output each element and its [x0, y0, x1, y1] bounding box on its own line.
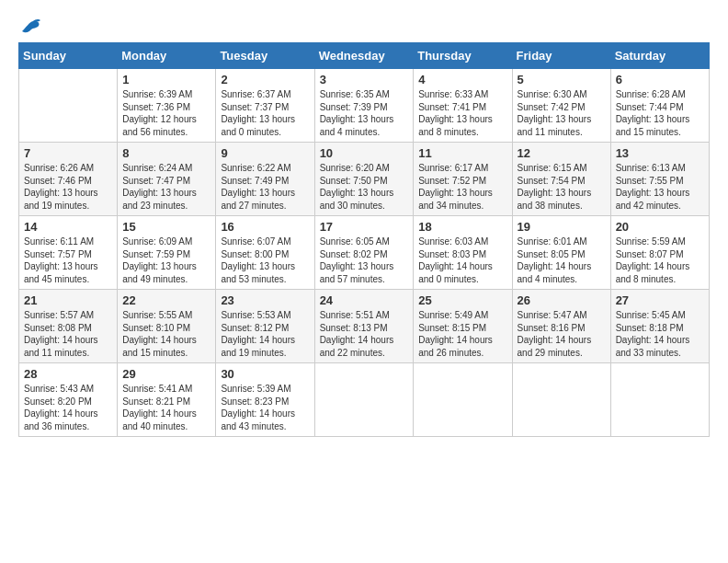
calendar-cell: 7Sunrise: 6:26 AMSunset: 7:46 PMDaylight… — [19, 143, 118, 216]
cell-info-text: Sunrise: 5:55 AMSunset: 8:10 PMDaylight:… — [122, 309, 210, 359]
cell-date-number: 17 — [320, 220, 409, 234]
cell-info-text: Sunrise: 5:49 AMSunset: 8:15 PMDaylight:… — [418, 309, 506, 359]
calendar-cell: 28Sunrise: 5:43 AMSunset: 8:20 PMDayligh… — [19, 363, 118, 437]
cell-info-text: Sunrise: 6:37 AMSunset: 7:37 PMDaylight:… — [221, 88, 309, 138]
cell-date-number: 16 — [221, 220, 309, 234]
cell-info-text: Sunrise: 5:53 AMSunset: 8:12 PMDaylight:… — [221, 309, 309, 359]
calendar-header-wednesday: Wednesday — [314, 43, 414, 69]
cell-date-number: 2 — [221, 73, 309, 86]
logo — [18, 18, 40, 33]
calendar-cell: 22Sunrise: 5:55 AMSunset: 8:10 PMDayligh… — [118, 290, 216, 363]
calendar-week-row: 14Sunrise: 6:11 AMSunset: 7:57 PMDayligh… — [19, 216, 710, 290]
calendar-cell: 18Sunrise: 6:03 AMSunset: 8:03 PMDayligh… — [414, 216, 512, 290]
cell-info-text: Sunrise: 6:35 AMSunset: 7:39 PMDaylight:… — [320, 88, 409, 138]
cell-date-number: 21 — [24, 293, 112, 307]
calendar-cell — [610, 363, 709, 437]
calendar-cell: 12Sunrise: 6:15 AMSunset: 7:54 PMDayligh… — [512, 143, 610, 216]
calendar-header-saturday: Saturday — [610, 43, 709, 69]
calendar-cell: 29Sunrise: 5:41 AMSunset: 8:21 PMDayligh… — [118, 363, 216, 437]
calendar-cell — [314, 363, 414, 437]
cell-info-text: Sunrise: 5:59 AMSunset: 8:07 PMDaylight:… — [616, 236, 704, 285]
calendar-cell: 13Sunrise: 6:13 AMSunset: 7:55 PMDayligh… — [610, 143, 709, 216]
cell-info-text: Sunrise: 6:07 AMSunset: 8:00 PMDaylight:… — [221, 236, 309, 285]
cell-info-text: Sunrise: 5:41 AMSunset: 8:21 PMDaylight:… — [122, 383, 210, 432]
calendar-cell: 11Sunrise: 6:17 AMSunset: 7:52 PMDayligh… — [414, 143, 512, 216]
cell-date-number: 14 — [24, 220, 112, 234]
cell-date-number: 26 — [518, 293, 606, 307]
calendar-cell — [19, 69, 118, 143]
cell-info-text: Sunrise: 6:39 AMSunset: 7:36 PMDaylight:… — [122, 88, 210, 138]
cell-info-text: Sunrise: 6:15 AMSunset: 7:54 PMDaylight:… — [518, 162, 606, 212]
calendar-cell: 2Sunrise: 6:37 AMSunset: 7:37 PMDaylight… — [216, 69, 314, 143]
calendar-cell: 30Sunrise: 5:39 AMSunset: 8:23 PMDayligh… — [216, 363, 314, 437]
cell-info-text: Sunrise: 6:33 AMSunset: 7:41 PMDaylight:… — [418, 88, 506, 138]
cell-info-text: Sunrise: 6:13 AMSunset: 7:55 PMDaylight:… — [616, 162, 704, 212]
calendar-cell: 20Sunrise: 5:59 AMSunset: 8:07 PMDayligh… — [610, 216, 709, 290]
cell-date-number: 9 — [221, 146, 309, 160]
calendar-cell: 16Sunrise: 6:07 AMSunset: 8:00 PMDayligh… — [216, 216, 314, 290]
calendar-header-monday: Monday — [118, 43, 216, 69]
calendar-cell: 24Sunrise: 5:51 AMSunset: 8:13 PMDayligh… — [314, 290, 414, 363]
cell-info-text: Sunrise: 6:22 AMSunset: 7:49 PMDaylight:… — [221, 162, 309, 212]
calendar-cell — [512, 363, 610, 437]
calendar-week-row: 7Sunrise: 6:26 AMSunset: 7:46 PMDaylight… — [19, 143, 710, 216]
cell-info-text: Sunrise: 6:20 AMSunset: 7:50 PMDaylight:… — [320, 162, 409, 212]
cell-info-text: Sunrise: 6:30 AMSunset: 7:42 PMDaylight:… — [518, 88, 606, 138]
calendar-cell: 3Sunrise: 6:35 AMSunset: 7:39 PMDaylight… — [314, 69, 414, 143]
cell-date-number: 12 — [518, 146, 606, 160]
calendar-cell: 21Sunrise: 5:57 AMSunset: 8:08 PMDayligh… — [19, 290, 118, 363]
cell-info-text: Sunrise: 5:47 AMSunset: 8:16 PMDaylight:… — [518, 309, 606, 359]
logo-bird-icon — [20, 18, 40, 33]
cell-info-text: Sunrise: 5:43 AMSunset: 8:20 PMDaylight:… — [24, 383, 112, 432]
calendar-header-friday: Friday — [512, 43, 610, 69]
cell-date-number: 7 — [24, 146, 112, 160]
cell-info-text: Sunrise: 5:39 AMSunset: 8:23 PMDaylight:… — [221, 383, 309, 432]
calendar-header-row: SundayMondayTuesdayWednesdayThursdayFrid… — [19, 43, 710, 69]
cell-info-text: Sunrise: 6:09 AMSunset: 7:59 PMDaylight:… — [122, 236, 210, 285]
calendar-header-tuesday: Tuesday — [216, 43, 314, 69]
calendar-week-row: 21Sunrise: 5:57 AMSunset: 8:08 PMDayligh… — [19, 290, 710, 363]
calendar-header-thursday: Thursday — [414, 43, 512, 69]
calendar-cell: 6Sunrise: 6:28 AMSunset: 7:44 PMDaylight… — [610, 69, 709, 143]
calendar-cell: 14Sunrise: 6:11 AMSunset: 7:57 PMDayligh… — [19, 216, 118, 290]
calendar-cell: 25Sunrise: 5:49 AMSunset: 8:15 PMDayligh… — [414, 290, 512, 363]
cell-date-number: 3 — [320, 73, 409, 86]
calendar-cell: 4Sunrise: 6:33 AMSunset: 7:41 PMDaylight… — [414, 69, 512, 143]
cell-date-number: 5 — [518, 73, 606, 86]
calendar-header-sunday: Sunday — [19, 43, 118, 69]
calendar-table: SundayMondayTuesdayWednesdayThursdayFrid… — [18, 42, 710, 437]
cell-date-number: 1 — [122, 73, 210, 86]
calendar-cell: 26Sunrise: 5:47 AMSunset: 8:16 PMDayligh… — [512, 290, 610, 363]
calendar-cell: 8Sunrise: 6:24 AMSunset: 7:47 PMDaylight… — [118, 143, 216, 216]
cell-date-number: 19 — [518, 220, 606, 234]
cell-date-number: 6 — [616, 73, 704, 86]
cell-info-text: Sunrise: 6:28 AMSunset: 7:44 PMDaylight:… — [616, 88, 704, 138]
cell-date-number: 10 — [320, 146, 409, 160]
cell-info-text: Sunrise: 5:45 AMSunset: 8:18 PMDaylight:… — [616, 309, 704, 359]
cell-date-number: 22 — [122, 293, 210, 307]
cell-date-number: 28 — [24, 367, 112, 381]
cell-info-text: Sunrise: 5:57 AMSunset: 8:08 PMDaylight:… — [24, 309, 112, 359]
cell-date-number: 13 — [616, 146, 704, 160]
cell-info-text: Sunrise: 6:03 AMSunset: 8:03 PMDaylight:… — [418, 236, 506, 285]
cell-date-number: 24 — [320, 293, 409, 307]
cell-date-number: 18 — [418, 220, 506, 234]
cell-info-text: Sunrise: 6:01 AMSunset: 8:05 PMDaylight:… — [518, 236, 606, 285]
calendar-cell: 19Sunrise: 6:01 AMSunset: 8:05 PMDayligh… — [512, 216, 610, 290]
calendar-cell: 27Sunrise: 5:45 AMSunset: 8:18 PMDayligh… — [610, 290, 709, 363]
calendar-cell: 9Sunrise: 6:22 AMSunset: 7:49 PMDaylight… — [216, 143, 314, 216]
cell-date-number: 30 — [221, 367, 309, 381]
cell-date-number: 8 — [122, 146, 210, 160]
cell-date-number: 23 — [221, 293, 309, 307]
cell-date-number: 11 — [418, 146, 506, 160]
cell-info-text: Sunrise: 6:05 AMSunset: 8:02 PMDaylight:… — [320, 236, 409, 285]
cell-date-number: 20 — [616, 220, 704, 234]
page-header — [18, 18, 710, 33]
cell-date-number: 25 — [418, 293, 506, 307]
cell-info-text: Sunrise: 5:51 AMSunset: 8:13 PMDaylight:… — [320, 309, 409, 359]
cell-info-text: Sunrise: 6:24 AMSunset: 7:47 PMDaylight:… — [122, 162, 210, 212]
calendar-week-row: 1Sunrise: 6:39 AMSunset: 7:36 PMDaylight… — [19, 69, 710, 143]
cell-date-number: 4 — [418, 73, 506, 86]
calendar-week-row: 28Sunrise: 5:43 AMSunset: 8:20 PMDayligh… — [19, 363, 710, 437]
cell-date-number: 15 — [122, 220, 210, 234]
